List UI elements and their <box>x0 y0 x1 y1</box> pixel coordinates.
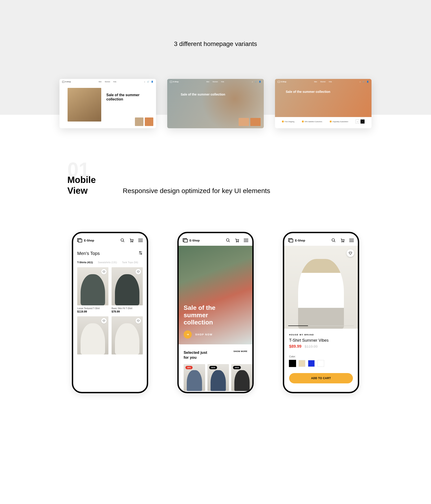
variant-logo: E-Shop <box>65 81 71 82</box>
variant-logo: E-Shop <box>281 81 286 82</box>
svg-point-8 <box>226 239 229 242</box>
search-icon[interactable] <box>331 238 336 243</box>
cart-icon[interactable] <box>129 238 134 243</box>
swatch-blue[interactable] <box>308 360 315 367</box>
mobile-logo[interactable]: E-Shop <box>77 238 94 242</box>
svg-point-12 <box>332 239 335 242</box>
user-icon: 👤 <box>151 81 153 83</box>
svg-line-1 <box>123 241 124 242</box>
search-icon[interactable] <box>226 238 230 243</box>
arrow-right-icon <box>184 331 192 339</box>
svg-point-6 <box>139 252 140 252</box>
product-image <box>298 259 344 329</box>
variant-card-2[interactable]: E-Shop MenWomenKids ⌕🛒👤 Sale of the summ… <box>167 79 264 128</box>
product-image <box>77 267 108 305</box>
phone-mockup-listing: E-Shop Men's Tops T-Shirts (411) Swe <box>72 232 148 393</box>
cart-icon: 🛒 <box>147 81 149 83</box>
logo-icon <box>77 238 82 242</box>
cart-icon: 🛒 <box>255 81 257 83</box>
show-more-link[interactable]: SHOW MORE <box>234 350 247 352</box>
section-subtitle: Responsive design optimized for key UI e… <box>123 187 364 196</box>
svg-point-15 <box>343 242 344 242</box>
mobile-logo[interactable]: E-Shop <box>183 238 200 242</box>
cart-icon[interactable] <box>235 238 239 243</box>
product-name: Loose Textured T-Shirt <box>77 307 108 310</box>
product-image <box>77 316 108 354</box>
search-icon: ⌕ <box>252 81 253 83</box>
mobile-logo[interactable]: E-Shop <box>288 238 305 242</box>
product-gallery[interactable] <box>284 246 358 329</box>
product-card[interactable]: NEW <box>207 364 229 391</box>
menu-icon[interactable] <box>349 239 354 242</box>
product-name: T-Shirt Summer Vibes <box>289 338 353 343</box>
category-title: Men's Tops <box>77 251 100 256</box>
wishlist-icon[interactable] <box>101 318 107 324</box>
gallery-indicator <box>288 325 354 326</box>
next-arrow-icon[interactable]: → <box>361 119 365 124</box>
wishlist-icon[interactable] <box>101 269 107 274</box>
search-icon[interactable] <box>120 238 125 243</box>
add-to-cart-button[interactable]: ADD TO CART <box>289 373 353 383</box>
product-price: $89.99 <box>289 344 301 349</box>
hero-title: Sale of the summer collection <box>286 90 330 94</box>
svg-line-9 <box>229 241 230 242</box>
mobile-section: 01 MobileView Responsive design optimize… <box>0 115 431 425</box>
user-icon: 👤 <box>259 81 261 83</box>
tab-tshirts[interactable]: T-Shirts (411) <box>77 261 93 264</box>
svg-point-7 <box>141 253 142 254</box>
hero-title: Sale of the summer collection <box>106 93 150 101</box>
product-card[interactable] <box>77 316 108 354</box>
product-card[interactable]: Basic Slim Fit T-Shirt $79.99 <box>112 267 143 313</box>
prev-arrow-icon[interactable]: ← <box>356 119 360 124</box>
swatch-white[interactable] <box>318 360 324 367</box>
product-card[interactable] <box>112 316 143 354</box>
wishlist-icon[interactable] <box>347 249 354 257</box>
hero-title: Sale of thesummercollection <box>184 304 247 326</box>
hero-title: Sale of the summer collection <box>181 92 225 96</box>
filter-icon[interactable] <box>138 251 143 256</box>
product-price: $119.99 <box>77 310 108 313</box>
logo-icon <box>183 238 188 242</box>
wishlist-icon[interactable] <box>136 269 141 274</box>
svg-line-13 <box>334 241 335 242</box>
variant-card-1[interactable]: E-Shop MenWomenKids ⌕🛒👤 Sale of the summ… <box>59 79 156 128</box>
swatch-black[interactable] <box>289 360 296 367</box>
product-card[interactable]: Loose Textured T-Shirt $119.99 <box>77 267 108 313</box>
product-price: $79.99 <box>112 310 143 313</box>
variant-card-3[interactable]: E-Shop MenWomenKids ⌕🛒👤 Sale of the summ… <box>275 79 372 128</box>
variants-row: E-Shop MenWomenKids ⌕🛒👤 Sale of the summ… <box>0 79 431 128</box>
tab-tanktops[interactable]: Tank Tops (56) <box>122 261 138 264</box>
selected-title: Selected justfor you <box>184 350 207 360</box>
logo-icon <box>288 238 293 242</box>
product-card[interactable]: 30% <box>184 364 205 391</box>
menu-icon[interactable] <box>244 239 248 242</box>
search-icon: ⌕ <box>144 81 145 83</box>
svg-point-11 <box>238 242 239 242</box>
discount-badge: 30% <box>185 366 193 369</box>
section-heading: MobileView <box>67 174 96 196</box>
feature-bar: Free Shipping 99% Satisfied Customers Or… <box>275 117 372 126</box>
color-label: Color: <box>289 355 353 358</box>
variants-title: 3 different homepage variants <box>0 40 431 47</box>
svg-point-10 <box>236 242 237 242</box>
product-image <box>112 316 143 354</box>
svg-point-14 <box>342 242 342 242</box>
category-tabs: T-Shirts (411) Sweatshirts (131) Tank To… <box>73 258 147 267</box>
search-icon: ⌕ <box>360 81 361 83</box>
new-badge: NEW <box>233 366 241 369</box>
shop-now-button[interactable]: SHOP NOW <box>184 331 247 339</box>
user-icon: 👤 <box>366 81 369 83</box>
product-name: Basic Slim Fit T-Shirt <box>112 307 143 310</box>
svg-point-2 <box>131 242 131 242</box>
phone-mockup-product: E-Shop HOUSE MY BRAND <box>283 232 359 393</box>
swatch-beige[interactable] <box>299 360 305 367</box>
wishlist-icon[interactable] <box>136 318 141 324</box>
cart-icon[interactable] <box>340 238 345 243</box>
product-brand: HOUSE MY BRAND <box>289 334 353 336</box>
product-old-price: $119.99 <box>305 345 318 349</box>
menu-icon[interactable] <box>138 239 143 242</box>
product-card[interactable]: NEW <box>231 364 252 391</box>
phone-mockup-home: E-Shop Sale of thesummercollection SHOP … <box>177 232 254 393</box>
tab-sweatshirts[interactable]: Sweatshirts (131) <box>98 261 117 264</box>
svg-point-3 <box>132 242 133 242</box>
